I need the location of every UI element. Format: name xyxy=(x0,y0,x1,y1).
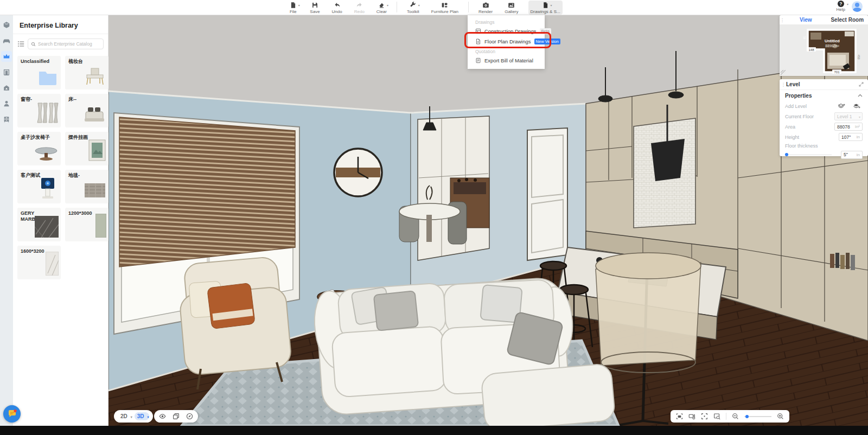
library-item-bed[interactable]: 床-- xyxy=(65,94,108,127)
library-item-table-sofa-chair[interactable]: 桌子沙发椅子 xyxy=(17,132,61,165)
construction-drawings-icon xyxy=(475,28,481,34)
save-button[interactable]: Save xyxy=(308,1,322,15)
redo-icon xyxy=(356,2,363,9)
save-icon xyxy=(311,2,318,9)
tab-select-room[interactable]: Select Room xyxy=(827,17,868,23)
cabinet-icon xyxy=(3,116,10,123)
current-floor-select[interactable]: Level 1 xyxy=(834,112,863,120)
menu-item-export-bom[interactable]: Export Bill of Material xyxy=(468,55,545,66)
render-button[interactable]: Render xyxy=(476,1,495,15)
level-panel: Level Properties Add Level Current Floor… xyxy=(780,79,868,156)
left-icon-rail xyxy=(0,15,13,426)
properties-section-title: Properties xyxy=(785,93,812,99)
add-layer-below-icon xyxy=(853,103,860,109)
walkthrough-compass-icon[interactable] xyxy=(186,413,193,420)
floor-thickness-input[interactable]: 5"in xyxy=(841,151,863,159)
visibility-eye-icon[interactable] xyxy=(159,413,166,420)
camera-icon xyxy=(482,2,489,9)
level-panel-title: Level xyxy=(786,81,800,87)
eraser-icon xyxy=(378,2,385,9)
minimap-resize-handle[interactable] xyxy=(781,70,786,75)
slider-thumb[interactable] xyxy=(785,153,788,156)
add-level-above-button[interactable] xyxy=(835,102,847,110)
search-box[interactable] xyxy=(28,39,104,49)
gallery-button[interactable]: Gallery xyxy=(502,1,520,15)
menu-section-quotation: Quotation xyxy=(468,47,545,55)
tab-view[interactable]: View xyxy=(785,17,827,23)
library-item-curtain[interactable]: 窗帘- xyxy=(17,94,61,127)
floor-plan-drawings-icon xyxy=(475,39,481,44)
zoom-slider-thumb[interactable] xyxy=(745,415,749,418)
camera-settings-icon[interactable] xyxy=(688,413,695,420)
mode-3d-button[interactable]: 3D xyxy=(135,412,149,420)
scene-3d-view[interactable] xyxy=(108,15,868,426)
sidebar-item-models[interactable] xyxy=(1,20,12,30)
level-drag-handle[interactable] xyxy=(781,82,786,87)
kiosk-thumbnail xyxy=(37,177,59,202)
minimap-dim-bottom: 701 xyxy=(834,71,840,74)
view-mode-pill: 2D 3D xyxy=(114,410,153,423)
zoom-slider[interactable] xyxy=(744,414,771,419)
user-avatar[interactable] xyxy=(852,1,863,12)
library-item-wall-art[interactable]: 摆件挂画 xyxy=(65,132,108,165)
add-level-label: Add Level xyxy=(785,104,807,109)
chat-button[interactable] xyxy=(3,405,21,423)
sidebar-item-decoration[interactable] xyxy=(1,82,12,93)
pill-divider xyxy=(726,413,726,420)
folder-icon xyxy=(37,68,59,88)
sidebar-item-furniture[interactable] xyxy=(1,35,12,46)
file-button[interactable]: File xyxy=(286,1,300,15)
preview-snapshot-icon[interactable] xyxy=(713,413,720,420)
framed-art-thumbnail xyxy=(88,139,106,164)
undo-button[interactable]: Undo xyxy=(330,1,344,15)
minimap-dim-right: 450 xyxy=(857,54,860,59)
library-item-tile-1200x3000[interactable]: 1200*3000 xyxy=(65,208,108,241)
sidebar-item-cabinet[interactable] xyxy=(1,114,12,125)
camera-view-icon[interactable] xyxy=(676,413,683,420)
sidebar-item-enterprise-library[interactable] xyxy=(1,51,12,62)
expand-panel-icon[interactable] xyxy=(859,82,864,87)
zoom-out-icon[interactable] xyxy=(732,413,739,420)
minimap[interactable]: Untitled 88962in² 148 701 81 450 xyxy=(780,24,868,76)
library-item-unclassified[interactable]: Unclassified xyxy=(17,56,61,89)
center-focus-icon[interactable] xyxy=(701,413,708,420)
area-input[interactable]: 88078in² xyxy=(834,123,863,131)
toolbar-divider xyxy=(468,2,469,12)
help-button[interactable]: ? Help xyxy=(837,1,845,12)
library-item-carpet[interactable]: 地毯- xyxy=(65,170,108,203)
sidebar-item-doors-windows[interactable] xyxy=(1,67,12,78)
view-panel: View Select Room Untitled 88962in² 148 7… xyxy=(780,15,868,76)
menu-item-construction-drawings[interactable]: Construction Drawings Beta xyxy=(468,26,545,36)
zoom-in-icon[interactable] xyxy=(777,413,784,420)
menu-item-floor-plan-drawings[interactable]: Floor Plan Drawings New Version xyxy=(468,36,545,47)
help-icon: ? xyxy=(838,1,844,7)
search-input[interactable] xyxy=(38,41,100,47)
mode-2d-button[interactable]: 2D xyxy=(118,412,132,420)
redo-button[interactable]: Redo xyxy=(352,1,367,15)
library-item-dresser[interactable]: 梳妆台 xyxy=(65,56,108,89)
drawings-button[interactable]: Drawings & S... xyxy=(528,1,563,15)
layers-cube-icon[interactable] xyxy=(173,413,180,420)
add-level-below-button[interactable] xyxy=(851,102,863,110)
library-item-tile-1600x3200[interactable]: 1600*3200 xyxy=(17,246,61,279)
menu-section-drawings: Drawings xyxy=(468,17,545,26)
undo-icon xyxy=(334,2,341,9)
current-floor-label: Current Floor xyxy=(785,114,814,119)
toolkit-button[interactable]: Toolkit xyxy=(405,1,422,15)
cube-icon xyxy=(3,21,10,29)
clear-button[interactable]: Clear xyxy=(374,1,389,15)
list-view-toggle-icon[interactable] xyxy=(17,40,25,48)
drawings-icon xyxy=(542,2,549,9)
white-marble-thumbnail xyxy=(46,252,59,278)
library-item-gery-marbles[interactable]: GERY MARBLES xyxy=(17,208,61,241)
beta-badge: Beta xyxy=(540,28,551,34)
search-icon xyxy=(31,42,36,47)
furniture-plan-button[interactable]: Furniture Plan xyxy=(429,1,461,15)
height-input[interactable]: 107"in xyxy=(839,133,863,141)
panel-drag-handle[interactable] xyxy=(780,17,785,23)
library-item-customer-test[interactable]: 客户测试 xyxy=(17,170,61,203)
floor-thickness-label: Floor thickness xyxy=(785,143,818,149)
floor-thickness-slider[interactable] xyxy=(785,152,832,157)
sidebar-item-avatar[interactable] xyxy=(1,98,12,109)
collapse-chevron-icon[interactable] xyxy=(858,94,863,97)
